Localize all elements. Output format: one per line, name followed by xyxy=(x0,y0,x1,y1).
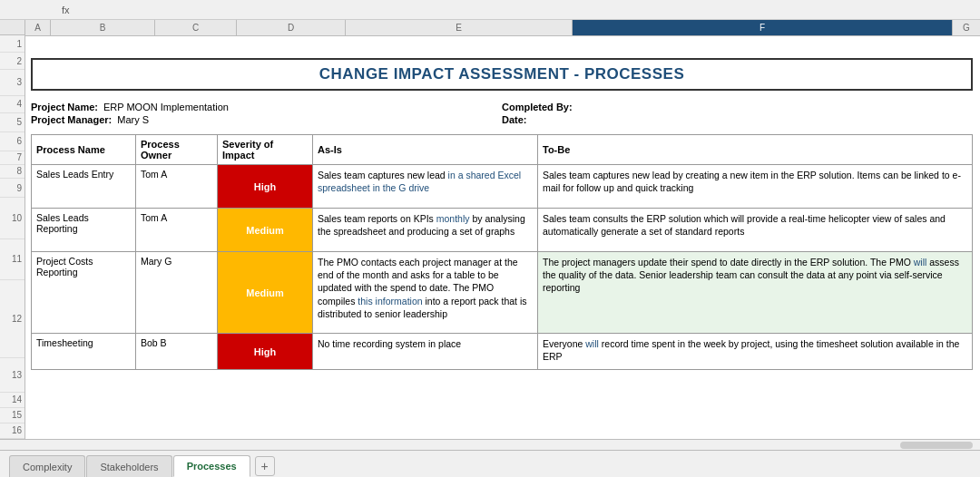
scroll-indicator[interactable] xyxy=(900,442,973,449)
row-7: 7 xyxy=(0,151,24,165)
impact-table: Process Name Process Owner Severity of I… xyxy=(31,134,973,370)
tabs-bar: Complexity Stakeholders Processes + xyxy=(0,450,980,477)
date-label: Date: xyxy=(502,114,527,125)
completed-by-label: Completed By: xyxy=(502,102,573,112)
row-2: 2 xyxy=(0,53,24,70)
table-row: Timesheeting Bob B High No time recordin… xyxy=(32,334,973,370)
row-number-panel: 1 2 3 4 5 6 7 8 9 10 11 12 13 14 15 16 xyxy=(0,20,25,439)
table-row: Sales Leads Entry Tom A High Sales team … xyxy=(32,165,973,209)
title-box: CHANGE IMPACT ASSESSMENT - PROCESSES xyxy=(31,58,973,91)
sheet-content: CHANGE IMPACT ASSESSMENT - PROCESSES Pro… xyxy=(25,36,980,439)
row-6: 6 xyxy=(0,132,24,151)
col-header-b: B xyxy=(51,20,155,35)
formula-bar: fx xyxy=(62,5,70,15)
process-owner-3: Mary G xyxy=(136,252,218,334)
process-name-1: Sales Leads Entry xyxy=(32,165,136,209)
col-header-tobe: To-Be xyxy=(538,135,973,165)
col-header-c: C xyxy=(155,20,237,35)
process-owner-4: Bob B xyxy=(136,334,218,370)
severity-4: High xyxy=(218,334,313,370)
row-16: 16 xyxy=(0,423,24,439)
project-manager-label: Project Manager: xyxy=(31,114,112,125)
project-name-value: ERP MOON Implementation xyxy=(103,102,229,112)
row-11: 11 xyxy=(0,239,24,281)
row-15: 15 xyxy=(0,408,24,423)
process-owner-2: Tom A xyxy=(136,209,218,252)
tab-complexity[interactable]: Complexity xyxy=(9,455,85,477)
asis-1: Sales team captures new lead in a shared… xyxy=(313,165,538,209)
asis-3: The PMO contacts each project manager at… xyxy=(313,252,538,334)
meta-section: Project Name: ERP MOON Implementation Co… xyxy=(31,102,973,125)
col-header-g: G xyxy=(953,20,980,35)
severity-3: Medium xyxy=(218,252,313,334)
bottom-scrollbar xyxy=(0,439,980,450)
asis-4: No time recording system in place xyxy=(313,334,538,370)
tab-processes[interactable]: Processes xyxy=(173,455,250,477)
row-5: 5 xyxy=(0,113,24,132)
project-name-label: Project Name: xyxy=(31,102,98,112)
row-14: 14 xyxy=(0,393,24,408)
title-section: CHANGE IMPACT ASSESSMENT - PROCESSES xyxy=(31,58,973,91)
col-header-severity: Severity of Impact xyxy=(218,135,313,165)
asis-2: Sales team reports on KPIs monthly by an… xyxy=(313,209,538,252)
table-row: Sales Leads Reporting Tom A Medium Sales… xyxy=(32,209,973,252)
col-header-d: D xyxy=(237,20,346,35)
row-3: 3 xyxy=(0,70,24,96)
spreadsheet-area: 1 2 3 4 5 6 7 8 9 10 11 12 13 14 15 16 A… xyxy=(0,20,980,439)
row-1: 1 xyxy=(0,35,24,53)
row-10: 10 xyxy=(0,198,24,239)
tobe-2: Sales team consults the ERP solution whi… xyxy=(538,209,973,252)
table-header-row: Process Name Process Owner Severity of I… xyxy=(32,135,973,165)
row-9: 9 xyxy=(0,179,24,198)
tobe-3: The project managers update their spend … xyxy=(538,252,973,334)
tobe-4: Everyone will record time spent in the w… xyxy=(538,334,973,370)
process-name-4: Timesheeting xyxy=(32,334,136,370)
app-chrome: fx xyxy=(0,0,980,20)
row-12: 12 xyxy=(0,280,24,357)
process-owner-1: Tom A xyxy=(136,165,218,209)
process-name-2: Sales Leads Reporting xyxy=(32,209,136,252)
tab-stakeholders[interactable]: Stakeholders xyxy=(86,455,172,477)
row-4: 4 xyxy=(0,96,24,113)
col-header-e: E xyxy=(346,20,573,35)
corner-cell xyxy=(0,20,24,35)
col-header-a: A xyxy=(25,20,51,35)
severity-1: High xyxy=(218,165,313,209)
col-header-owner: Process Owner xyxy=(136,135,218,165)
table-row: Project Costs Reporting Mary G Medium Th… xyxy=(32,252,973,334)
row-13: 13 xyxy=(0,358,24,393)
project-manager-value: Mary S xyxy=(117,114,149,125)
severity-2: Medium xyxy=(218,209,313,252)
row-8: 8 xyxy=(0,165,24,179)
main-title: CHANGE IMPACT ASSESSMENT - PROCESSES xyxy=(319,65,684,83)
tobe-1: Sales team captures new lead by creating… xyxy=(538,165,973,209)
process-name-3: Project Costs Reporting xyxy=(32,252,136,334)
main-grid: A B C D E F G CHANGE IMPACT ASSESSMENT -… xyxy=(25,20,980,439)
col-header-process: Process Name xyxy=(32,135,136,165)
app-container: fx 1 2 3 4 5 6 7 8 9 10 11 12 13 14 15 1… xyxy=(0,0,980,477)
add-tab-button[interactable]: + xyxy=(255,456,275,476)
col-header-asis: As-Is xyxy=(313,135,538,165)
col-headers-row: A B C D E F G xyxy=(25,20,980,36)
col-header-f: F xyxy=(573,20,953,35)
